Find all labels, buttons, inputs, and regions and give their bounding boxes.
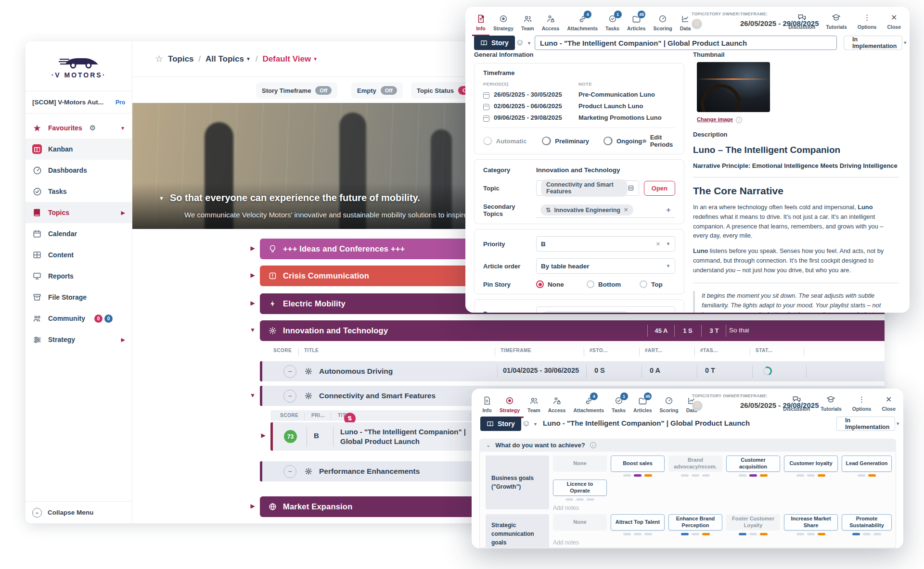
favourite-star-icon[interactable]: ☆	[155, 53, 163, 64]
sidebar-item-reports[interactable]: Reports	[26, 266, 132, 287]
pin-option-none[interactable]: None	[536, 280, 587, 288]
goal-customer-loyalty[interactable]: Customer loyalty	[784, 455, 838, 472]
tab-scoring[interactable]: Scoring	[650, 10, 676, 36]
expand-arrow-icon[interactable]: ▶	[249, 300, 256, 306]
collapse-row-button[interactable]: −	[283, 365, 296, 378]
collapse-row-button[interactable]: −	[283, 390, 296, 403]
expand-arrow-icon[interactable]: ▶	[249, 503, 256, 509]
status-select[interactable]: In Implementation ▼	[836, 417, 895, 431]
goal-lead-generation[interactable]: Lead Generation	[842, 455, 892, 472]
tab-team[interactable]: Team	[524, 392, 544, 418]
goal-none[interactable]: None	[553, 514, 607, 531]
close-button[interactable]: ✕Close	[887, 13, 901, 30]
chevron-down-icon[interactable]: ▼	[120, 126, 125, 131]
close-button[interactable]: ✕Close	[882, 394, 896, 412]
preliminary-toggle[interactable]	[542, 137, 551, 145]
discussion-button[interactable]: Discussion	[783, 394, 810, 412]
filter-empty[interactable]: Empty Off	[351, 82, 403, 99]
story-title-input[interactable]: Luno - "The Intelligent Companion" | Glo…	[535, 36, 837, 50]
tab-team[interactable]: Team	[517, 10, 538, 36]
expand-arrow-icon[interactable]: ▶	[249, 245, 256, 252]
emoji-icon[interactable]: ☺	[522, 418, 530, 429]
expand-arrow-icon[interactable]: ▶	[249, 272, 256, 278]
goal-increase-market-share[interactable]: Increase Market Share	[784, 514, 838, 531]
collapse-row-button[interactable]: −	[283, 465, 296, 478]
tab-access[interactable]: Access	[544, 392, 570, 418]
sidebar-item-favourites[interactable]: ★ Favourites ⚙ ▼	[26, 117, 132, 139]
story-type-badge[interactable]: Story	[474, 36, 515, 50]
collapse-menu-button[interactable]: « Collapse Menu	[26, 501, 132, 523]
topic-select[interactable]: Connectivity and Smart Features	[536, 180, 639, 196]
goal-customer-acquisition[interactable]: Customer acquisition	[726, 455, 780, 472]
tutorials-button[interactable]: Tutorials	[821, 394, 842, 412]
topic-row-innovation[interactable]: Innovation and Technology 45 A 1 S 3 T S…	[260, 320, 885, 341]
clear-icon[interactable]: ✕	[656, 241, 660, 247]
ongoing-toggle[interactable]	[603, 137, 613, 145]
personas-field[interactable]: Carlos Rodríguez (40) ✕ Emma Müller (35)…	[536, 306, 675, 313]
pin-option-top[interactable]: Top	[640, 280, 663, 288]
tab-attachments[interactable]: 4 Attachments	[563, 10, 602, 36]
discussion-button[interactable]: Discussion	[788, 13, 815, 30]
options-button[interactable]: ⋮Options	[858, 13, 877, 30]
sidebar-item-tasks[interactable]: Tasks	[26, 181, 132, 202]
open-topic-button[interactable]: Open	[644, 181, 675, 196]
description-content[interactable]: Luno – The Intelligent Companion Narrati…	[693, 145, 899, 313]
sidebar-item-content[interactable]: Content	[26, 244, 132, 266]
achieve-section-header[interactable]: ⌄ What do you want to achieve? i	[479, 439, 896, 452]
pin-option-bottom[interactable]: Bottom	[587, 280, 640, 288]
goal-attract-top-talent[interactable]: Attract Top Talent	[611, 514, 665, 531]
tutorials-button[interactable]: Tutorials	[826, 13, 847, 30]
remove-chip-icon[interactable]: ✕	[624, 207, 628, 213]
automatic-toggle[interactable]	[483, 137, 492, 145]
tab-attachments[interactable]: 4 Attachments	[569, 392, 608, 418]
change-image-link[interactable]: Change image	[697, 116, 733, 122]
priority-select[interactable]: B ✕▼	[536, 236, 675, 252]
goal-enhance-brand-perception[interactable]: Enhance Brand Perception	[668, 514, 722, 531]
tab-info[interactable]: Info	[478, 392, 496, 418]
secondary-topic-chip[interactable]: ⇅ Innovative Engineering ✕	[540, 204, 633, 215]
goal-brand-advocacy[interactable]: Brand advocacy/recom.	[668, 455, 722, 472]
sidebar-item-strategy[interactable]: Strategy ▶	[26, 329, 132, 350]
secondary-topics-field[interactable]: ⇅ Innovative Engineering ✕ +	[536, 202, 675, 218]
goal-boost-sales[interactable]: Boost sales	[611, 455, 665, 472]
owner-avatar[interactable]	[692, 19, 702, 29]
collapse-arrow-icon[interactable]: ▼	[249, 392, 256, 399]
breadcrumb-topics[interactable]: Topics	[168, 54, 194, 64]
expand-arrow-icon[interactable]: ▶	[260, 432, 267, 439]
sidebar-item-dashboards[interactable]: Dashboards	[26, 160, 132, 181]
add-secondary-topic-button[interactable]: +	[666, 205, 671, 215]
goal-foster-customer-loyalty[interactable]: Foster Customer Loyalty	[726, 514, 780, 531]
sidebar-item-calendar[interactable]: Calendar	[26, 223, 132, 244]
collapse-triangle-icon[interactable]: ▼	[159, 195, 164, 201]
goal-promote-sustainability[interactable]: Promote Sustainability	[842, 514, 892, 531]
tab-articles[interactable]: 45 Articles	[623, 10, 650, 36]
emoji-icon[interactable]: ☺	[515, 38, 524, 48]
sidebar-item-file-storage[interactable]: File Storage	[26, 287, 132, 308]
chevron-down-icon[interactable]: ▼	[533, 422, 538, 427]
tab-strategy[interactable]: Strategy	[496, 392, 524, 418]
topic-table-row-autonomous[interactable]: − Autonomous Driving 01/04/2025 - 30/06/…	[260, 361, 885, 381]
goal-licence-to-operate[interactable]: Licence to Operate	[553, 480, 607, 496]
owner-avatar[interactable]	[692, 401, 703, 411]
gear-icon[interactable]: ⚙	[90, 124, 96, 132]
topic-chip[interactable]: Connectivity and Smart Features	[541, 179, 628, 197]
breadcrumb-default-view[interactable]: Default View▼	[262, 54, 318, 64]
chevron-down-icon[interactable]: ▼	[527, 41, 531, 46]
thumbnail-image[interactable]	[697, 62, 770, 112]
tab-tasks[interactable]: 1 Tasks	[608, 392, 629, 418]
workspace-switcher[interactable]: [SCOM] V-Motors Aut... Pro	[26, 91, 132, 114]
story-type-badge[interactable]: Story	[480, 417, 521, 431]
edit-periods-button[interactable]: Edit Periods	[642, 134, 675, 148]
collapse-arrow-icon[interactable]: ▼	[249, 327, 256, 333]
persona-chip[interactable]: Carlos Rodríguez (40) ✕	[541, 311, 630, 313]
add-notes-link[interactable]: Add notes	[553, 539, 579, 546]
filter-story-timeframe[interactable]: Story Timeframe Off	[256, 82, 337, 99]
sidebar-item-topics[interactable]: Topics ▶	[26, 202, 132, 223]
status-select[interactable]: In Implementation ▼	[844, 36, 902, 50]
tab-scoring[interactable]: Scoring	[656, 392, 682, 418]
breadcrumb-all-topics[interactable]: All Topics▼	[205, 54, 251, 64]
article-order-select[interactable]: By table header ▼	[536, 258, 675, 274]
options-button[interactable]: ⋮Options	[852, 394, 872, 412]
goal-none[interactable]: None	[553, 455, 607, 472]
tab-info[interactable]: ! Info	[472, 10, 489, 36]
